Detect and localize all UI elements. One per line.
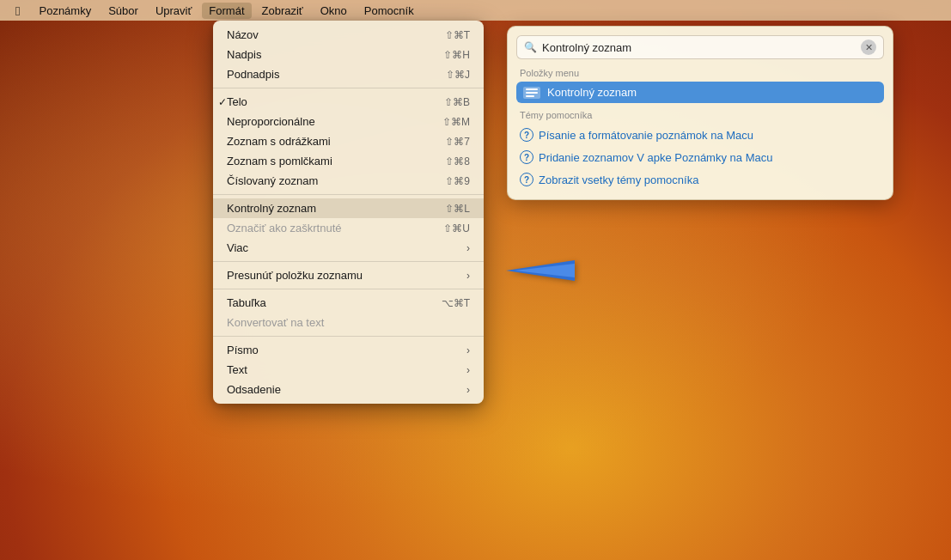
format-dropdown-menu: Názov ⇧⌘T Nadpis ⇧⌘H Podnadpis ⇧⌘J ✓ Tel…: [213, 21, 484, 404]
arrow-pointer: [489, 255, 575, 289]
help-popup: 🔍 ✕ Položky menu Kontrolný zoznam Témy p…: [507, 26, 893, 200]
menu-item-text[interactable]: Text ›: [213, 360, 484, 380]
menubar-item-format[interactable]: Formát: [202, 3, 251, 19]
menu-item-nadpis-shortcut: ⇧⌘H: [443, 49, 470, 61]
menu-item-presunut[interactable]: Presunúť položku zoznamu ›: [213, 265, 484, 285]
separator-4: [213, 289, 484, 289]
menu-item-telo-label: Telo: [227, 95, 247, 108]
menu-item-oznacit-label: Označiť ako zaškrtnuté: [227, 222, 342, 234]
separator-2: [213, 194, 484, 195]
svg-rect-4: [526, 95, 534, 97]
separator-5: [213, 336, 484, 337]
menu-item-nazov-shortcut: ⇧⌘T: [445, 29, 470, 41]
menubar-item-pomocnik[interactable]: Pomocník: [357, 3, 421, 19]
menu-item-nadpis[interactable]: Nadpis ⇧⌘H: [213, 45, 484, 64]
apple-menu-item[interactable]: : [7, 2, 28, 20]
pismo-arrow-icon: ›: [466, 344, 470, 356]
help-topic-1-icon: ?: [520, 128, 533, 142]
menubar-item-okno[interactable]: Okno: [314, 3, 354, 19]
help-close-button[interactable]: ✕: [861, 40, 876, 55]
help-topics-label: Témy pomocníka: [516, 108, 884, 124]
menu-item-oznacit-shortcut: ⇧⌘U: [443, 222, 470, 234]
menu-item-oznacit: Označiť ako zaškrtnuté ⇧⌘U: [213, 218, 484, 238]
help-topic-2-label: Pridanie zoznamov V apke Poznámky na Mac…: [539, 151, 772, 164]
menu-item-cislovany-label: Číslovaný zoznam: [227, 174, 318, 187]
svg-rect-3: [526, 92, 538, 94]
menu-item-kontrolny-shortcut: ⇧⌘L: [445, 203, 470, 215]
menu-item-odsadenie-label: Odsadenie: [227, 383, 281, 396]
menu-item-telo[interactable]: ✓ Telo ⇧⌘B: [213, 92, 484, 112]
help-menu-items-label: Položky menu: [516, 66, 884, 82]
viac-arrow-icon: ›: [466, 242, 470, 254]
menu-item-konvertovat-label: Konvertovať na text: [227, 316, 324, 329]
separator-1: [213, 88, 484, 88]
menu-item-cislovany[interactable]: Číslovaný zoznam ⇧⌘9: [213, 171, 484, 191]
menu-item-podnadpis[interactable]: Podnadpis ⇧⌘J: [213, 64, 484, 84]
menu-item-neproporcionalne[interactable]: Neproporcionálne ⇧⌘M: [213, 112, 484, 131]
menu-item-podnadpis-label: Podnadpis: [227, 68, 279, 81]
menu-item-neproporcionalne-label: Neproporcionálne: [227, 115, 315, 128]
menu-item-presunut-label: Presunúť položku zoznamu: [227, 269, 363, 282]
help-topic-3-icon: ?: [520, 173, 533, 186]
help-topic-1-label: Písanie a formátovanie poznámok na Macu: [539, 129, 753, 142]
svg-rect-2: [526, 88, 538, 90]
menu-item-text-label: Text: [227, 363, 247, 376]
help-menu-result-item[interactable]: Kontrolný zoznam: [516, 82, 884, 103]
menu-item-nazov-label: Názov: [227, 28, 259, 41]
separator-3: [213, 261, 484, 262]
telo-checkmark: ✓: [218, 96, 227, 108]
search-icon: 🔍: [524, 41, 537, 53]
menu-item-zoznam-pomlcky-label: Zoznam s pomlčkami: [227, 155, 332, 167]
help-search-input[interactable]: [542, 41, 856, 54]
menu-item-neproporcionalne-shortcut: ⇧⌘M: [442, 116, 470, 128]
menu-item-tabulka-label: Tabuľka: [227, 296, 266, 309]
menu-item-viac[interactable]: Viac ›: [213, 238, 484, 258]
odsadenie-arrow-icon: ›: [466, 384, 470, 396]
menubar:  Poznámky Súbor Upraviť Formát Zobraziť…: [0, 0, 951, 21]
menu-item-cislovany-shortcut: ⇧⌘9: [445, 175, 470, 187]
menu-item-viac-label: Viac: [227, 241, 248, 254]
menu-item-zoznam-pomlcky-shortcut: ⇧⌘8: [445, 155, 470, 167]
close-icon: ✕: [865, 42, 873, 53]
menu-item-odsadenie[interactable]: Odsadenie ›: [213, 380, 484, 399]
help-search-bar: 🔍 ✕: [516, 35, 884, 59]
menu-item-zoznam-odrazky-shortcut: ⇧⌘7: [445, 136, 470, 148]
presunut-arrow-icon: ›: [466, 270, 470, 282]
help-topic-2[interactable]: ? Pridanie zoznamov V apke Poznámky na M…: [516, 146, 884, 168]
menu-item-podnadpis-shortcut: ⇧⌘J: [446, 69, 470, 81]
menu-item-nadpis-label: Nadpis: [227, 48, 261, 61]
text-arrow-icon: ›: [466, 364, 470, 376]
menu-item-tabulka-shortcut: ⌥⌘T: [442, 297, 470, 309]
menu-item-zoznam-odrazky-label: Zoznam s odrážkami: [227, 135, 331, 148]
menu-item-kontrolny-label: Kontrolný zoznam: [227, 202, 316, 215]
menu-item-zoznam-odrazky[interactable]: Zoznam s odrážkami ⇧⌘7: [213, 131, 484, 151]
help-topic-3-label: Zobrazit vsetky témy pomocníka: [539, 173, 698, 186]
menu-item-telo-shortcut: ⇧⌘B: [444, 96, 470, 108]
menu-item-pismo[interactable]: Písmo ›: [213, 340, 484, 360]
menubar-item-poznamky[interactable]: Poznámky: [32, 3, 98, 19]
menubar-item-upravit[interactable]: Upraviť: [149, 3, 198, 19]
menu-item-konvertovat: Konvertovať na text: [213, 313, 484, 332]
help-menu-result-icon: [523, 87, 540, 99]
help-topic-1[interactable]: ? Písanie a formátovanie poznámok na Mac…: [516, 124, 884, 146]
menubar-item-zobrazit[interactable]: Zobraziť: [255, 3, 310, 19]
menu-item-tabulka[interactable]: Tabuľka ⌥⌘T: [213, 293, 484, 313]
help-menu-result-label: Kontrolný zoznam: [547, 86, 637, 99]
menu-item-zoznam-pomlcky[interactable]: Zoznam s pomlčkami ⇧⌘8: [213, 151, 484, 171]
help-topic-2-icon: ?: [520, 150, 533, 164]
menu-item-pismo-label: Písmo: [227, 344, 259, 356]
menubar-item-subor[interactable]: Súbor: [101, 3, 145, 19]
menu-item-kontrolny[interactable]: Kontrolný zoznam ⇧⌘L: [213, 198, 484, 218]
help-topic-3[interactable]: ? Zobrazit vsetky témy pomocníka: [516, 168, 884, 191]
menu-item-nazov[interactable]: Názov ⇧⌘T: [213, 25, 484, 45]
